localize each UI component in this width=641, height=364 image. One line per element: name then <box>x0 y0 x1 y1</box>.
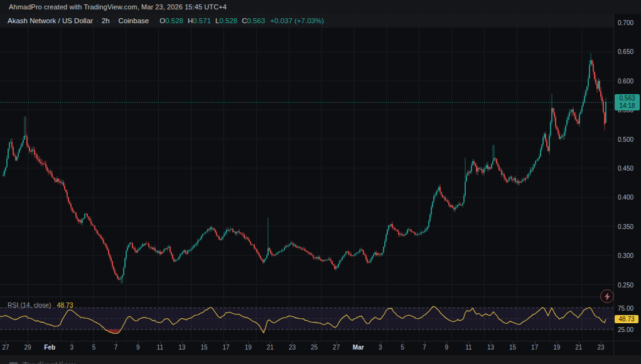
candle-body <box>450 205 451 207</box>
candle-body <box>564 132 565 136</box>
rsi-lower-label: 25.00 <box>618 326 633 333</box>
candle-body <box>251 244 252 245</box>
candle-body <box>127 247 128 251</box>
candle-body <box>231 229 232 230</box>
candle-body <box>208 229 210 230</box>
candle-body <box>29 147 30 151</box>
candle-body <box>147 244 148 244</box>
time-tick-label: Feb <box>44 344 55 351</box>
candle-body <box>232 229 234 232</box>
candle-body <box>580 111 581 114</box>
rsi-legend[interactable]: RSI (14, close) 48.73 <box>8 301 73 309</box>
candle-body <box>563 136 564 136</box>
price-chart-canvas[interactable] <box>0 14 613 341</box>
candle-body <box>326 260 328 260</box>
candle-body <box>436 191 437 195</box>
candle-body <box>44 164 45 164</box>
candle-body <box>498 166 500 170</box>
candle-body <box>226 230 227 232</box>
candle-body <box>605 102 606 122</box>
candle-body <box>363 250 364 254</box>
price-tick-label: 0.600 <box>618 77 633 84</box>
candle-body <box>152 247 153 249</box>
candle-body <box>156 251 157 252</box>
candle-body <box>526 178 527 178</box>
candle-body <box>137 250 138 252</box>
candle-body <box>207 229 208 232</box>
candle-body <box>360 250 362 250</box>
candle-body <box>60 183 62 183</box>
candle-body <box>235 232 236 233</box>
tradingview-logo[interactable]: TradingView <box>9 360 75 364</box>
candle-body <box>412 232 413 232</box>
candle-body <box>24 136 25 140</box>
candle-body <box>94 226 95 229</box>
candle-body <box>206 232 207 232</box>
candle-body <box>157 251 158 253</box>
candle-body <box>319 257 320 259</box>
candle-body <box>220 240 221 240</box>
boost-button[interactable] <box>600 289 614 303</box>
candle-body <box>26 137 28 146</box>
candle-body <box>422 232 423 232</box>
candle-body <box>88 217 89 218</box>
candle-body <box>51 174 53 177</box>
time-tick-label: 17 <box>223 344 230 351</box>
candle-body <box>401 234 402 235</box>
price-axis[interactable]: 0.563 14:18 48.73 0.7000.6500.6000.5500.… <box>613 14 641 355</box>
price-tick-label: 0.350 <box>618 223 633 230</box>
time-tick-label: 29 <box>24 344 31 351</box>
candle-body <box>299 247 300 247</box>
candle-body <box>511 177 512 179</box>
time-tick-label: 7 <box>114 344 118 351</box>
candle-body <box>585 90 586 96</box>
candle-body <box>271 253 272 255</box>
candle-body <box>230 230 231 230</box>
candle-body <box>30 151 31 152</box>
candle-body <box>163 250 164 252</box>
candle-body <box>478 168 480 169</box>
candle-body <box>261 259 262 260</box>
ohlc-value: 0.563 <box>247 17 266 24</box>
candle-body <box>198 240 200 240</box>
candle-body <box>527 174 529 178</box>
change-label: +0.037 (+7.03%) <box>270 17 324 24</box>
candle-body <box>471 165 472 171</box>
candle-body <box>539 156 540 159</box>
candle-body <box>595 79 596 84</box>
interval-label[interactable]: 2h <box>102 17 110 24</box>
candle-body <box>201 236 202 238</box>
candle-body <box>55 181 57 183</box>
candle-body <box>378 254 379 254</box>
candle-body <box>11 142 13 147</box>
candle-body <box>457 205 458 206</box>
candle-body <box>362 250 363 251</box>
candle-body <box>560 137 561 139</box>
candle-body <box>84 214 85 218</box>
candle-body <box>476 166 477 172</box>
symbol-title[interactable]: Akash Network / US Dollar <box>8 17 93 24</box>
candle-body <box>67 192 68 197</box>
candle-body <box>229 230 230 231</box>
candle-body <box>260 256 261 259</box>
candle-body <box>83 218 84 219</box>
candle-body <box>85 214 87 215</box>
candle-body <box>267 248 269 255</box>
candle-body <box>57 179 58 182</box>
candle-body <box>325 260 326 260</box>
candle-body <box>295 245 296 247</box>
candle-body <box>38 159 39 159</box>
candle-body <box>505 178 506 179</box>
candle-body <box>133 248 134 249</box>
time-axis[interactable]: 2729Feb3579111315171921232527Mar35791113… <box>0 341 641 355</box>
candle-body <box>568 117 569 120</box>
candle-body <box>544 134 545 137</box>
candle-body <box>349 254 350 254</box>
ohlc-key: H <box>188 17 193 24</box>
candle-body <box>373 254 374 256</box>
candle-body <box>394 228 396 230</box>
candle-body <box>36 155 38 159</box>
time-tick-label: 19 <box>245 344 252 351</box>
candle-body <box>524 179 525 180</box>
time-tick-label: 9 <box>444 344 448 351</box>
